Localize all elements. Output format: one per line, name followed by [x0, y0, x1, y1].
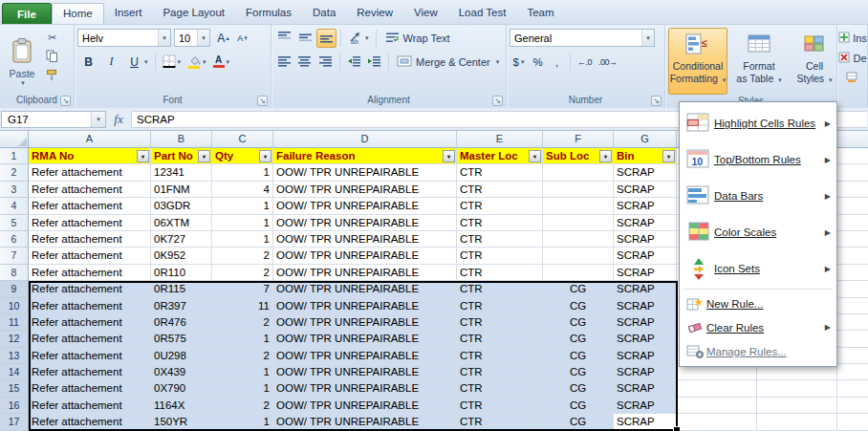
cell-J14[interactable] [837, 364, 868, 380]
cut-button[interactable]: ✂ [43, 29, 61, 46]
row-header-8[interactable]: 8 [0, 265, 29, 281]
select-all-button[interactable] [0, 131, 29, 148]
cell-G4[interactable]: SCRAP [614, 198, 677, 214]
filter-button[interactable]: ▾ [259, 150, 271, 162]
cell-J13[interactable] [837, 348, 868, 364]
filter-button[interactable]: ▾ [529, 150, 541, 162]
tab-formulas[interactable]: Formulas [235, 3, 302, 24]
cell-B11[interactable]: 0R476 [151, 314, 212, 331]
cell-G2[interactable]: SCRAP [614, 164, 677, 181]
cell-F7[interactable] [543, 248, 614, 264]
cell-C16[interactable]: 2 [212, 398, 273, 414]
cell-E6[interactable]: CTR [457, 231, 543, 248]
cell-A4[interactable]: Refer attachement [29, 198, 151, 214]
cell-H15[interactable] [677, 380, 757, 397]
cell-C12[interactable]: 1 [212, 331, 273, 347]
chevron-down-icon[interactable]: ▾ [158, 30, 170, 46]
cell-F11[interactable]: CG [543, 314, 614, 331]
menu-item-highlight-cells-rules[interactable]: Highlight Cells Rules ▶ [680, 105, 836, 141]
cell-D13[interactable]: OOW/ TPR UNREPAIRABLE [273, 348, 457, 364]
tab-data[interactable]: Data [302, 3, 346, 24]
cell-D1[interactable]: Failure Reason▾ [273, 148, 457, 164]
filter-button[interactable]: ▾ [599, 150, 612, 162]
cell-C8[interactable]: 2 [212, 265, 273, 281]
cell-F4[interactable] [543, 198, 614, 214]
cell-A12[interactable]: Refer attachement [29, 331, 151, 347]
name-box[interactable]: G17 ▾ [1, 111, 106, 128]
cell-F1[interactable]: Sub Loc▾ [543, 148, 614, 164]
cell-A17[interactable]: Refer attachement [29, 414, 151, 430]
cell-F2[interactable] [543, 164, 614, 181]
cell-F14[interactable]: CG [543, 364, 614, 380]
cell-D17[interactable]: OOW/ TPR UNREPAIRABLE [273, 414, 457, 430]
cell-B9[interactable]: 0R115 [151, 281, 212, 297]
cell-G13[interactable]: SCRAP [614, 348, 677, 364]
cell-A15[interactable]: Refer attachement [29, 380, 151, 397]
cell-D2[interactable]: OOW/ TPR UNREPAIRABLE [273, 164, 457, 181]
tab-view[interactable]: View [403, 3, 448, 24]
cell-C1[interactable]: Qty▾ [212, 148, 273, 164]
dialog-launcher-icon[interactable]: ↘ [651, 96, 662, 106]
cell-F6[interactable] [543, 231, 614, 248]
cell-E10[interactable]: CTR [457, 298, 543, 314]
column-header-d[interactable]: D [273, 131, 457, 148]
font-size-combobox[interactable]: 10▾ [174, 29, 210, 47]
cell-E8[interactable]: CTR [457, 265, 543, 281]
row-header-1[interactable]: 1 [0, 148, 29, 164]
tab-file[interactable]: File [2, 3, 52, 24]
column-header-j[interactable]: J [837, 131, 868, 148]
cell-A3[interactable]: Refer attachement [29, 182, 151, 198]
cell-D14[interactable]: OOW/ TPR UNREPAIRABLE [273, 364, 457, 380]
tab-home[interactable]: Home [52, 3, 104, 24]
format-cells-button[interactable] [840, 68, 864, 88]
align-center-button[interactable] [295, 53, 315, 72]
accounting-format-button[interactable]: $▾ [510, 53, 528, 72]
menu-item-color-scales[interactable]: Color Scales ▶ [680, 214, 836, 250]
bold-button[interactable]: B [77, 53, 99, 72]
cell-D11[interactable]: OOW/ TPR UNREPAIRABLE [273, 314, 457, 331]
menu-item-manage-rules[interactable]: Manage Rules... [680, 339, 836, 363]
chevron-down-icon[interactable]: ▾ [641, 30, 654, 46]
insert-function-button[interactable]: fx [106, 112, 131, 127]
cell-E11[interactable]: CTR [457, 314, 543, 331]
cell-C4[interactable]: 1 [212, 198, 273, 214]
cell-D4[interactable]: OOW/ TPR UNREPAIRABLE [273, 198, 457, 214]
cell-B17[interactable]: 150YR [151, 414, 212, 430]
cell-E16[interactable]: CTR [457, 398, 543, 414]
cell-J10[interactable] [837, 298, 868, 314]
format-as-table-button[interactable]: Format as Table ▾ [729, 28, 789, 95]
column-header-a[interactable]: A [29, 131, 151, 148]
cell-B15[interactable]: 0X790 [151, 380, 212, 397]
cell-B16[interactable]: 1164X [151, 398, 212, 414]
cell-B2[interactable]: 12341 [151, 164, 212, 181]
cell-H16[interactable] [677, 398, 757, 414]
row-header-5[interactable]: 5 [0, 215, 29, 231]
cell-G12[interactable]: SCRAP [614, 331, 677, 347]
cell-B10[interactable]: 0R397 [151, 298, 212, 314]
cell-J5[interactable] [837, 215, 868, 231]
copy-button[interactable] [43, 48, 61, 65]
increase-decimal-button[interactable]: ←.0 [575, 53, 595, 72]
cell-G6[interactable]: SCRAP [614, 231, 677, 248]
column-header-b[interactable]: B [151, 131, 212, 148]
grow-font-button[interactable]: A▴ [214, 29, 232, 48]
cell-J1[interactable] [837, 148, 868, 164]
cell-E7[interactable]: CTR [457, 248, 543, 264]
cell-E17[interactable]: CTR [457, 414, 543, 430]
increase-indent-button[interactable] [365, 53, 385, 72]
cell-E13[interactable]: CTR [457, 348, 543, 364]
dialog-launcher-icon[interactable]: ↘ [492, 96, 503, 106]
cell-D10[interactable]: OOW/ TPR UNREPAIRABLE [273, 298, 457, 314]
menu-item-new-rule[interactable]: ★ New Rule... [680, 291, 836, 315]
italic-button[interactable]: I [100, 53, 122, 72]
cell-A9[interactable]: Refer attachement [29, 281, 151, 297]
cell-I15[interactable] [757, 380, 837, 397]
menu-item-clear-rules[interactable]: Clear Rules ▶ [680, 315, 836, 339]
cell-D8[interactable]: OOW/ TPR UNREPAIRABLE [273, 265, 457, 281]
cell-E5[interactable]: CTR [457, 215, 543, 231]
cell-C17[interactable]: 1 [212, 414, 273, 430]
cell-J4[interactable] [837, 198, 868, 214]
cell-D12[interactable]: OOW/ TPR UNREPAIRABLE [273, 331, 457, 347]
cell-B6[interactable]: 0K727 [151, 231, 212, 248]
cell-G8[interactable]: SCRAP [614, 265, 677, 281]
